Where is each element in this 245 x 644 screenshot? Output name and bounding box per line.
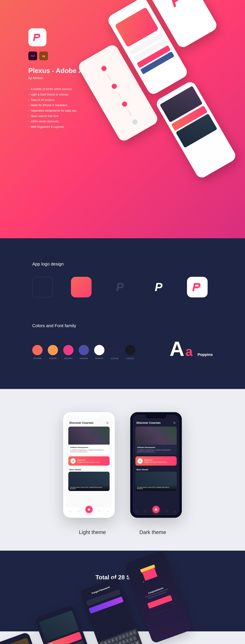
dark-theme-phone: Discover Courses Software Development In… — [130, 412, 182, 518]
android-icon: ◉ — [137, 458, 143, 464]
hero-section: Xd ag Plexus - Adobe XD UI kit by Arimac… — [0, 0, 245, 238]
logo-step-p-white: P — [148, 277, 169, 298]
swatch-item: #EB3B87 — [63, 345, 74, 360]
light-theme-phone: Discover Courses Software Development In… — [63, 412, 115, 518]
theme-phones: Discover Courses Software Development In… — [0, 412, 245, 518]
android-icon: ◉ — [70, 458, 76, 464]
user-icon[interactable] — [107, 510, 109, 513]
gift-icon: ✦ ✦ ● — [139, 566, 162, 589]
screens-section: Total of 28 Screens Discover Courses ★★★… — [0, 550, 245, 644]
logo-step-p-outline: P — [110, 277, 130, 298]
logo-design-label: App logo design — [32, 262, 213, 266]
font-display: A a Poppins — [169, 338, 213, 366]
swatch-item: #222446 — [110, 345, 120, 360]
chat-icon[interactable] — [69, 510, 71, 513]
home-button[interactable] — [85, 506, 93, 513]
svg-point-5 — [175, 510, 175, 511]
home-button[interactable] — [152, 506, 160, 513]
theme-labels: Light theme Dark theme — [0, 526, 245, 535]
phone-mockup-discover — [154, 80, 237, 180]
themes-section: Discover Courses Software Development In… — [0, 389, 245, 550]
course-card[interactable]: Software Development In software enginee… — [68, 426, 110, 454]
home-icon — [155, 508, 157, 511]
svg-point-3 — [174, 422, 175, 423]
promo-card[interactable]: ◉ Android O Straight to the point conten… — [135, 456, 177, 466]
p-logo-icon — [32, 32, 43, 42]
arimac-badge: ag — [39, 52, 48, 60]
chat-icon[interactable] — [136, 510, 138, 513]
screen-title: Discover Courses — [68, 421, 110, 424]
adobe-xd-badge: Xd — [28, 52, 37, 60]
svg-line-4 — [175, 423, 175, 424]
font-name: Poppins — [197, 352, 213, 357]
search-icon[interactable] — [173, 422, 176, 424]
swatch-item: #FFFFFF — [94, 345, 104, 360]
bookmark-icon[interactable] — [77, 510, 80, 513]
swatch-item: #4F4EAB — [79, 345, 89, 360]
bottom-nav — [66, 508, 112, 515]
dark-theme-label: Dark theme — [139, 529, 166, 535]
logo-step-gradient — [71, 277, 92, 298]
home-icon — [88, 508, 90, 511]
course-card[interactable]: Software Development In software enginee… — [135, 426, 177, 454]
heart-icon[interactable] — [165, 510, 168, 513]
design-section: App logo design P P Colors and Font fami… — [0, 238, 245, 389]
most-viewed-card[interactable]: The Data Science Course 2019: Complete D… — [68, 472, 110, 491]
p-logo-icon — [167, 0, 188, 10]
search-icon[interactable] — [106, 422, 109, 424]
swatch-item: #F49853 — [48, 345, 58, 360]
colors-font-label: Colors and Font family — [32, 323, 213, 328]
bookmark-icon[interactable] — [144, 510, 147, 513]
heart-icon[interactable] — [98, 510, 101, 513]
svg-point-0 — [107, 422, 108, 423]
font-sample-upper: A — [169, 338, 184, 359]
logo-step-final — [187, 277, 208, 298]
user-icon[interactable] — [174, 510, 176, 513]
promo-card[interactable]: ◉ Android O Straight to the point conten… — [68, 456, 110, 466]
bottom-nav — [133, 508, 179, 515]
font-sample-lower: a — [185, 345, 193, 358]
color-swatches: #F7685B #F49853 #EB3B87 #4F4EAB #FFFFFF … — [32, 345, 135, 360]
logo-evolution: P P — [32, 277, 213, 298]
screens-grid: Discover Courses ★★★★★ ♥♥♥ What level do… — [0, 572, 245, 644]
colors-font-row: #F7685B #F49853 #EB3B87 #4F4EAB #FFFFFF … — [32, 338, 213, 366]
light-theme-label: Light theme — [79, 529, 106, 535]
plexus-logo — [28, 28, 46, 46]
screen-title: Discover Courses — [135, 421, 177, 424]
svg-point-2 — [108, 510, 108, 511]
swatch-item: #191922 — [125, 345, 135, 360]
most-viewed-label: Most Viewed — [68, 468, 110, 472]
logo-step-outline — [32, 277, 53, 298]
most-viewed-label: Most Viewed — [135, 468, 177, 472]
most-viewed-card[interactable]: The Data Science Course 2019: Complete D… — [135, 472, 177, 491]
swatch-item: #F7685B — [32, 345, 43, 360]
svg-line-1 — [108, 423, 108, 424]
p-logo-icon — [191, 281, 203, 293]
